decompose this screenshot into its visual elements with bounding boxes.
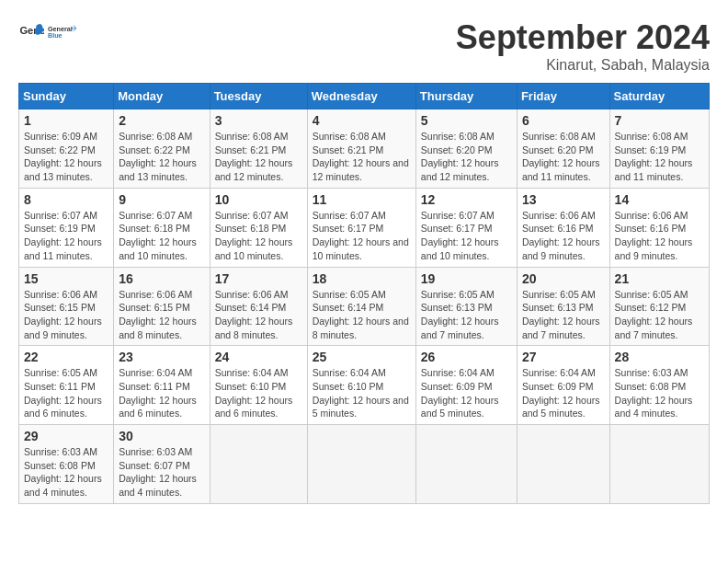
day-info: Sunrise: 6:08 AM Sunset: 6:20 PM Dayligh… [522,130,605,184]
calendar-cell: 19 Sunrise: 6:05 AM Sunset: 6:13 PM Dayl… [415,267,517,346]
calendar-cell: 16 Sunrise: 6:06 AM Sunset: 6:15 PM Dayl… [114,267,210,346]
day-number: 14 [615,192,704,207]
calendar-week-row: 8 Sunrise: 6:07 AM Sunset: 6:19 PM Dayli… [19,188,710,267]
header-thursday: Thursday [415,84,517,109]
header-saturday: Saturday [609,84,709,109]
day-info: Sunrise: 6:04 AM Sunset: 6:10 PM Dayligh… [215,366,302,420]
day-info: Sunrise: 6:07 AM Sunset: 6:18 PM Dayligh… [215,209,302,263]
day-info: Sunrise: 6:06 AM Sunset: 6:16 PM Dayligh… [522,209,605,263]
day-number: 1 [24,113,108,128]
calendar-cell: 26 Sunrise: 6:04 AM Sunset: 6:09 PM Dayl… [415,346,517,425]
day-number: 10 [215,192,302,207]
header-friday: Friday [517,84,609,109]
calendar-table: Sunday Monday Tuesday Wednesday Thursday… [18,83,710,504]
day-number: 25 [313,350,411,364]
day-info: Sunrise: 6:03 AM Sunset: 6:08 PM Dayligh… [615,366,704,420]
calendar-cell: 6 Sunrise: 6:08 AM Sunset: 6:20 PM Dayli… [517,109,609,189]
day-number: 22 [24,350,108,364]
calendar-cell: 17 Sunrise: 6:06 AM Sunset: 6:14 PM Dayl… [210,267,307,346]
day-number: 4 [313,113,411,128]
day-info: Sunrise: 6:05 AM Sunset: 6:13 PM Dayligh… [522,288,605,342]
calendar-cell: 20 Sunrise: 6:05 AM Sunset: 6:13 PM Dayl… [517,267,609,346]
day-number: 12 [421,192,512,207]
day-number: 5 [421,113,512,128]
day-info: Sunrise: 6:05 AM Sunset: 6:12 PM Dayligh… [615,288,704,342]
day-number: 9 [119,192,204,207]
calendar-cell: 4 Sunrise: 6:08 AM Sunset: 6:21 PM Dayli… [307,109,415,189]
calendar-cell: 24 Sunrise: 6:04 AM Sunset: 6:10 PM Dayl… [210,346,307,425]
calendar-cell: 29 Sunrise: 6:03 AM Sunset: 6:08 PM Dayl… [19,425,114,504]
day-number: 28 [615,350,704,364]
day-info: Sunrise: 6:09 AM Sunset: 6:22 PM Dayligh… [24,130,108,184]
day-number: 23 [119,350,204,364]
calendar-cell [517,425,609,504]
day-info: Sunrise: 6:08 AM Sunset: 6:21 PM Dayligh… [215,130,302,184]
calendar-cell: 5 Sunrise: 6:08 AM Sunset: 6:20 PM Dayli… [415,109,517,189]
day-number: 29 [24,429,108,443]
calendar-cell: 7 Sunrise: 6:08 AM Sunset: 6:19 PM Dayli… [609,109,709,189]
calendar-cell: 12 Sunrise: 6:07 AM Sunset: 6:17 PM Dayl… [415,188,517,267]
day-info: Sunrise: 6:06 AM Sunset: 6:15 PM Dayligh… [119,288,204,342]
day-number: 27 [522,350,605,364]
calendar-cell: 3 Sunrise: 6:08 AM Sunset: 6:21 PM Dayli… [210,109,307,189]
calendar-cell: 15 Sunrise: 6:06 AM Sunset: 6:15 PM Dayl… [19,267,114,346]
day-number: 2 [119,113,204,128]
general-blue-logo: General Blue [48,18,77,48]
day-number: 16 [119,271,204,286]
calendar-cell: 11 Sunrise: 6:07 AM Sunset: 6:17 PM Dayl… [307,188,415,267]
day-info: Sunrise: 6:04 AM Sunset: 6:10 PM Dayligh… [313,366,411,420]
calendar-cell [210,425,307,504]
calendar-cell: 2 Sunrise: 6:08 AM Sunset: 6:22 PM Dayli… [114,109,210,189]
title-block: September 2024 Kinarut, Sabah, Malaysia [456,18,710,74]
day-info: Sunrise: 6:03 AM Sunset: 6:08 PM Dayligh… [24,445,108,500]
calendar-week-row: 15 Sunrise: 6:06 AM Sunset: 6:15 PM Dayl… [19,267,710,346]
day-info: Sunrise: 6:05 AM Sunset: 6:13 PM Dayligh… [421,288,512,342]
calendar-cell: 21 Sunrise: 6:05 AM Sunset: 6:12 PM Dayl… [609,267,709,346]
day-number: 26 [421,350,512,364]
calendar-cell: 28 Sunrise: 6:03 AM Sunset: 6:08 PM Dayl… [609,346,709,425]
calendar-cell: 1 Sunrise: 6:09 AM Sunset: 6:22 PM Dayli… [19,109,114,189]
day-number: 19 [421,271,512,286]
day-number: 20 [522,271,605,286]
calendar-cell [609,425,709,504]
header-monday: Monday [114,84,210,109]
calendar-cell: 8 Sunrise: 6:07 AM Sunset: 6:19 PM Dayli… [19,188,114,267]
day-info: Sunrise: 6:07 AM Sunset: 6:17 PM Dayligh… [421,209,512,263]
weekday-header-row: Sunday Monday Tuesday Wednesday Thursday… [19,84,710,109]
day-number: 21 [615,271,704,286]
day-number: 7 [615,113,704,128]
calendar-cell: 25 Sunrise: 6:04 AM Sunset: 6:10 PM Dayl… [307,346,415,425]
day-info: Sunrise: 6:04 AM Sunset: 6:09 PM Dayligh… [421,366,512,420]
calendar-cell: 10 Sunrise: 6:07 AM Sunset: 6:18 PM Dayl… [210,188,307,267]
svg-text:Blue: Blue [48,31,63,40]
location: Kinarut, Sabah, Malaysia [456,57,710,74]
calendar-cell: 9 Sunrise: 6:07 AM Sunset: 6:18 PM Dayli… [114,188,210,267]
day-number: 6 [522,113,605,128]
day-info: Sunrise: 6:07 AM Sunset: 6:19 PM Dayligh… [24,209,108,263]
calendar-body: 1 Sunrise: 6:09 AM Sunset: 6:22 PM Dayli… [19,109,710,504]
day-info: Sunrise: 6:03 AM Sunset: 6:07 PM Dayligh… [119,445,204,500]
calendar-week-row: 1 Sunrise: 6:09 AM Sunset: 6:22 PM Dayli… [19,109,710,189]
calendar-cell: 27 Sunrise: 6:04 AM Sunset: 6:09 PM Dayl… [517,346,609,425]
header-wednesday: Wednesday [307,84,415,109]
day-number: 30 [119,429,204,443]
header-sunday: Sunday [19,84,114,109]
day-info: Sunrise: 6:04 AM Sunset: 6:11 PM Dayligh… [119,366,204,420]
day-info: Sunrise: 6:05 AM Sunset: 6:14 PM Dayligh… [313,288,411,342]
calendar-cell [415,425,517,504]
day-info: Sunrise: 6:07 AM Sunset: 6:17 PM Dayligh… [313,209,411,263]
day-number: 18 [313,271,411,286]
calendar-cell: 14 Sunrise: 6:06 AM Sunset: 6:16 PM Dayl… [609,188,709,267]
calendar-cell: 13 Sunrise: 6:06 AM Sunset: 6:16 PM Dayl… [517,188,609,267]
day-info: Sunrise: 6:04 AM Sunset: 6:09 PM Dayligh… [522,366,605,420]
day-info: Sunrise: 6:08 AM Sunset: 6:20 PM Dayligh… [421,130,512,184]
day-info: Sunrise: 6:07 AM Sunset: 6:18 PM Dayligh… [119,209,204,263]
logo: General General Blue [18,18,77,48]
day-info: Sunrise: 6:06 AM Sunset: 6:16 PM Dayligh… [615,209,704,263]
header-tuesday: Tuesday [210,84,307,109]
day-info: Sunrise: 6:08 AM Sunset: 6:22 PM Dayligh… [119,130,204,184]
day-info: Sunrise: 6:06 AM Sunset: 6:14 PM Dayligh… [215,288,302,342]
calendar-cell [307,425,415,504]
day-info: Sunrise: 6:05 AM Sunset: 6:11 PM Dayligh… [24,366,108,420]
page-header: General General Blue September 2024 Kina… [18,18,710,74]
